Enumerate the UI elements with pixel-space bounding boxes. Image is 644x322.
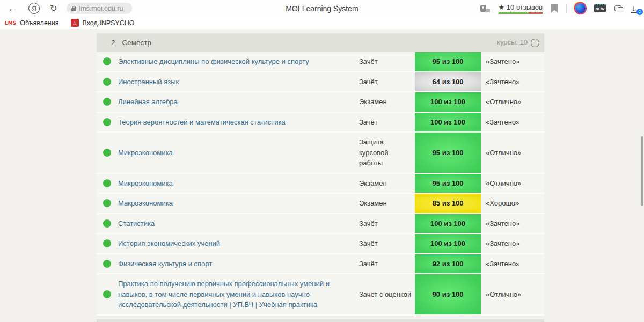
- course-link[interactable]: Иностранный язык: [118, 77, 179, 87]
- status-dot-icon: [103, 57, 111, 65]
- course-link[interactable]: Микроэкономика: [118, 178, 173, 189]
- table-row: Иностранный язык Зачёт 64 из 100 «Зачтен…: [97, 72, 544, 93]
- score-badge: 95 из 100: [415, 133, 481, 173]
- extension-sphere-icon[interactable]: [575, 3, 586, 13]
- score-badge: 100 из 100: [415, 113, 481, 132]
- grade-text: «Зачтено»: [481, 113, 544, 132]
- assessment-type: Экзамен: [359, 92, 415, 112]
- grade-text: «Хорошо»: [481, 194, 544, 213]
- score-badge: 95 из 100: [415, 52, 481, 71]
- course-link[interactable]: Статистика: [118, 218, 155, 229]
- password-manager-icon[interactable]: [480, 5, 490, 12]
- assessment-type: Зачёт: [359, 52, 415, 71]
- status-dot-icon: [103, 199, 111, 207]
- table-row: Макроэкономика Экзамен 85 из 100 «Хорошо…: [97, 194, 544, 214]
- course-link[interactable]: Микроэкономика: [118, 148, 173, 158]
- grade-text: «Отлично»: [481, 174, 544, 193]
- address-bar[interactable]: lms.moi.edu.ru: [67, 3, 132, 14]
- courses-count-link[interactable]: курсы: 10: [497, 38, 528, 47]
- new-extension-icon[interactable]: NEW: [594, 4, 606, 12]
- course-link[interactable]: Линейная алгебра: [118, 97, 178, 107]
- grade-text: «Отлично»: [481, 133, 544, 173]
- rating-label: ★ 10 отзывов: [499, 3, 543, 11]
- score-badge: 64 из 100: [415, 72, 481, 92]
- semester-label: Семестр: [122, 39, 152, 47]
- score-text: 100 из 100: [430, 239, 465, 247]
- score-text: 85 из 100: [433, 199, 464, 207]
- assessment-type: Защита курсовой работы: [359, 133, 415, 173]
- score-text: 90 из 100: [433, 290, 464, 298]
- table-row: Линейная алгебра Экзамен 100 из 100 «Отл…: [97, 92, 544, 113]
- score-badge: 90 из 100: [415, 274, 481, 314]
- semester-number: 2: [111, 39, 115, 47]
- score-badge: 100 из 100: [415, 92, 481, 112]
- assessment-type: Экзамен: [359, 174, 415, 193]
- score-text: 95 из 100: [433, 179, 464, 187]
- grade-text: «Зачтено»: [481, 214, 544, 233]
- status-dot-icon: [103, 260, 111, 268]
- collapse-icon[interactable]: −: [531, 39, 539, 47]
- grade-text: «Зачтено»: [481, 254, 544, 274]
- score-badge: 85 из 100: [415, 194, 481, 213]
- bookmark-label: Вход.INPSYCHO: [83, 19, 135, 27]
- assessment-type: Зачёт: [359, 113, 415, 132]
- browser-toolbar: ← Я ↻ lms.moi.edu.ru MOI Learning System…: [0, 0, 644, 17]
- status-dot-icon: [103, 239, 111, 247]
- tabs-icon[interactable]: [614, 5, 621, 11]
- back-icon[interactable]: ←: [8, 3, 18, 13]
- page-background: 2 Семестр курсы: 10 − Элективные дисципл…: [0, 29, 644, 322]
- lock-icon: [71, 6, 76, 11]
- score-text: 92 из 100: [433, 260, 464, 268]
- bookmarks-bar: LMS Объявления Вход.INPSYCHO: [0, 17, 644, 29]
- semester-2-header: 2 Семестр курсы: 10 −: [97, 33, 544, 52]
- site-rating-button[interactable]: ★ 10 отзывов: [499, 3, 543, 14]
- course-link[interactable]: Физическая культура и спорт: [118, 259, 212, 269]
- downloads-button[interactable]: ↓ 2: [630, 4, 640, 13]
- score-badge: 100 из 100: [415, 214, 481, 233]
- grade-text: «Отлично»: [481, 92, 544, 112]
- course-link[interactable]: Практика по получению первичных професси…: [118, 279, 353, 310]
- status-dot-icon: [103, 118, 111, 126]
- status-dot-icon: [103, 98, 111, 106]
- grade-text: «Зачтено»: [481, 72, 544, 92]
- url-text: lms.moi.edu.ru: [79, 5, 123, 12]
- score-text: 64 из 100: [433, 78, 464, 86]
- download-icon: ↓: [632, 3, 636, 12]
- course-table-body: Элективные дисциплины по физической куль…: [97, 52, 544, 316]
- divider: [566, 4, 567, 13]
- toolbar-right-icons: ★ 10 отзывов NEW ↓ 2: [480, 0, 640, 17]
- status-dot-icon: [103, 179, 111, 187]
- bookmark-icon[interactable]: [551, 4, 558, 13]
- grade-text: «Отлично»: [481, 274, 544, 314]
- grade-text: «Зачтено»: [481, 52, 544, 71]
- bookmark-item-inpsycho[interactable]: Вход.INPSYCHO: [71, 19, 135, 27]
- course-link[interactable]: Макроэкономика: [118, 198, 173, 209]
- table-row: Практика по получению первичных професси…: [97, 274, 544, 316]
- status-dot-icon: [103, 290, 111, 298]
- assessment-type: Зачёт: [359, 72, 415, 92]
- scrollbar-thumb[interactable]: [641, 136, 643, 206]
- semester-3-header: 3 Семестр курсы: 10 +: [97, 319, 544, 322]
- status-dot-icon: [103, 149, 111, 157]
- bookmark-item-announcements[interactable]: LMS Объявления: [5, 19, 59, 27]
- course-link[interactable]: Элективные дисциплины по физической куль…: [118, 56, 309, 67]
- status-dot-icon: [103, 78, 111, 86]
- course-link[interactable]: История экономических учений: [118, 238, 220, 249]
- assessment-type: Зачёт: [359, 234, 415, 253]
- table-row: Элективные дисциплины по физической куль…: [97, 52, 544, 72]
- course-link[interactable]: Теория вероятностей и математическая ста…: [118, 117, 286, 128]
- yandex-browser-icon[interactable]: Я: [28, 3, 40, 14]
- status-dot-icon: [103, 219, 111, 228]
- table-row: История экономических учений Зачёт 100 и…: [97, 234, 544, 254]
- score-text: 100 из 100: [430, 219, 465, 228]
- assessment-type: Зачёт: [359, 254, 415, 274]
- table-row: Статистика Зачёт 100 из 100 «Зачтено»: [97, 214, 544, 235]
- lms-favicon: LMS: [5, 20, 16, 26]
- table-row: Микроэкономика Защита курсовой работы 95…: [97, 133, 544, 174]
- assessment-type: Зачёт: [359, 214, 415, 233]
- table-row: Теория вероятностей и математическая ста…: [97, 113, 544, 133]
- score-text: 100 из 100: [430, 118, 465, 126]
- rating-bar: [499, 12, 543, 14]
- score-badge: 92 из 100: [415, 254, 481, 274]
- refresh-icon[interactable]: ↻: [50, 4, 57, 13]
